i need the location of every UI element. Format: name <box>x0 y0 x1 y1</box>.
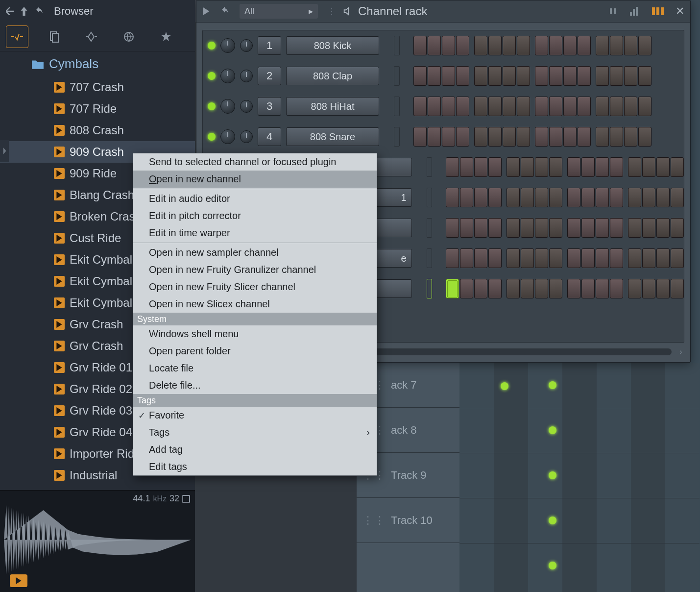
step-button[interactable] <box>503 127 516 147</box>
step-button[interactable] <box>610 279 623 298</box>
refresh-icon[interactable] <box>34 6 44 16</box>
step-button[interactable] <box>521 279 534 298</box>
step-button[interactable] <box>517 97 530 116</box>
bars-icon[interactable] <box>629 7 640 16</box>
step-button[interactable] <box>671 157 684 177</box>
step-button[interactable] <box>535 248 548 268</box>
step-button[interactable] <box>446 279 459 298</box>
step-button[interactable] <box>563 97 577 116</box>
cm-open-sampler[interactable]: Open in new sampler channel <box>133 244 377 261</box>
channel-select-slot[interactable] <box>427 279 432 298</box>
step-button[interactable] <box>642 188 655 207</box>
step-button[interactable] <box>642 248 655 268</box>
step-button[interactable] <box>549 279 562 298</box>
step-button[interactable] <box>474 66 487 86</box>
step-button[interactable] <box>596 218 609 238</box>
volume-knob[interactable] <box>240 39 253 52</box>
cm-open-slicex[interactable]: Open in new Slicex channel <box>133 296 377 313</box>
step-button[interactable] <box>638 66 652 86</box>
step-button[interactable] <box>596 157 609 177</box>
collapse-icon[interactable] <box>6 7 14 15</box>
step-button[interactable] <box>488 248 502 268</box>
volume-knob[interactable] <box>240 130 253 143</box>
step-button[interactable] <box>428 36 441 55</box>
channel-select-slot[interactable] <box>394 97 400 116</box>
step-button[interactable] <box>507 218 520 238</box>
step-button[interactable] <box>535 97 548 116</box>
step-button[interactable] <box>460 157 473 177</box>
waveform-display[interactable] <box>4 500 191 579</box>
step-button[interactable] <box>581 157 595 177</box>
step-button[interactable] <box>456 66 469 86</box>
step-button[interactable] <box>581 218 595 238</box>
channel-number[interactable]: 3 <box>258 97 281 116</box>
channel-name-button[interactable]: 808 HiHat <box>286 97 379 116</box>
step-button[interactable] <box>521 188 534 207</box>
channel-filter-combo[interactable]: All ▸ <box>240 4 318 19</box>
drag-handle-icon[interactable]: ⋮⋮ <box>362 514 386 527</box>
step-button[interactable] <box>507 157 520 177</box>
tab-web[interactable] <box>118 25 140 48</box>
channel-mute-led[interactable] <box>208 72 216 80</box>
step-button[interactable] <box>638 36 652 55</box>
step-button[interactable] <box>610 36 623 55</box>
step-button[interactable] <box>413 127 427 147</box>
step-button[interactable] <box>656 279 670 298</box>
step-button[interactable] <box>596 279 609 298</box>
step-button[interactable] <box>567 188 580 207</box>
browser-collapse-handle[interactable] <box>0 140 9 162</box>
cm-delete-file[interactable]: Delete file... <box>133 377 377 394</box>
cm-send-to-channel[interactable]: Send to selected channel or focused plug… <box>133 153 377 171</box>
cm-edit-tags[interactable]: Edit tags <box>133 458 377 475</box>
cm-locate-file[interactable]: Locate file <box>133 360 377 377</box>
cm-open-parent-folder[interactable]: Open parent folder <box>133 343 377 360</box>
step-button[interactable] <box>442 66 455 86</box>
step-button[interactable] <box>456 36 469 55</box>
volume-knob[interactable] <box>240 100 253 113</box>
step-button[interactable] <box>549 127 562 147</box>
grip-icon[interactable]: ⋮ <box>328 7 336 16</box>
cm-edit-audio-editor[interactable]: Edit in audio editor <box>133 190 377 207</box>
step-button[interactable] <box>567 218 580 238</box>
step-button[interactable] <box>624 66 637 86</box>
step-button[interactable] <box>656 248 670 268</box>
step-button[interactable] <box>535 157 548 177</box>
step-button[interactable] <box>488 127 502 147</box>
track-mute-led[interactable] <box>549 426 556 434</box>
step-button[interactable] <box>642 279 655 298</box>
step-button[interactable] <box>488 188 502 207</box>
snap-icon[interactable] <box>608 6 618 16</box>
step-button[interactable] <box>596 188 609 207</box>
options-icon[interactable] <box>652 7 664 15</box>
channel-mute-led[interactable] <box>208 42 216 49</box>
cm-open-slicer[interactable]: Open in new Fruity Slicer channel <box>133 278 377 296</box>
step-button[interactable] <box>638 97 652 116</box>
step-button[interactable] <box>488 66 502 86</box>
step-button[interactable] <box>413 66 427 86</box>
step-button[interactable] <box>549 36 562 55</box>
step-button[interactable] <box>567 279 580 298</box>
step-button[interactable] <box>624 36 637 55</box>
cm-edit-time-warper[interactable]: Edit in time warper <box>133 224 377 242</box>
step-button[interactable] <box>442 127 455 147</box>
step-button[interactable] <box>581 188 595 207</box>
step-button[interactable] <box>474 248 487 268</box>
track-mute-led[interactable] <box>549 517 556 524</box>
step-button[interactable] <box>581 248 595 268</box>
step-button[interactable] <box>563 66 577 86</box>
step-button[interactable] <box>610 97 623 116</box>
step-button[interactable] <box>456 127 469 147</box>
step-button[interactable] <box>567 248 580 268</box>
step-button[interactable] <box>563 127 577 147</box>
step-button[interactable] <box>413 97 427 116</box>
step-button[interactable] <box>596 97 609 116</box>
step-button[interactable] <box>488 97 502 116</box>
step-button[interactable] <box>628 279 641 298</box>
step-button[interactable] <box>642 157 655 177</box>
step-button[interactable] <box>521 218 534 238</box>
step-button[interactable] <box>610 188 623 207</box>
channel-number[interactable]: 4 <box>258 127 281 146</box>
step-button[interactable] <box>596 248 609 268</box>
step-button[interactable] <box>535 188 548 207</box>
cm-add-tag[interactable]: Add tag <box>133 441 377 458</box>
